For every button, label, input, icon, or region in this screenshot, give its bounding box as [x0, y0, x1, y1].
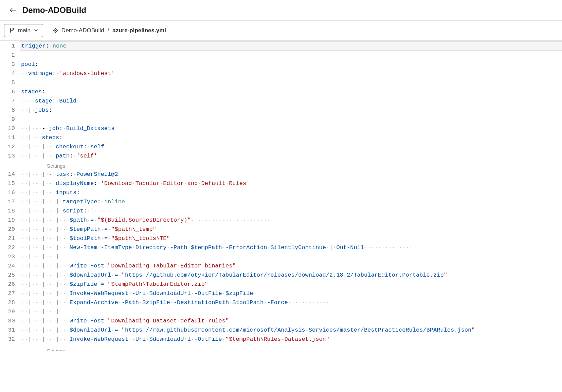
code-line[interactable]: ··|···|···| — [20, 252, 562, 261]
code-line[interactable]: ··|···|···|···New-Item·-ItemType·Directo… — [20, 243, 562, 252]
code-line[interactable]: ··|···|·-·task:·PowerShell@2 — [20, 170, 562, 179]
line-number: 16 — [3, 188, 15, 197]
code-line[interactable]: ··|···|···displayName:·'Download·Tabular… — [20, 179, 562, 188]
back-button[interactable] — [7, 5, 18, 16]
code-line[interactable]: ··-·stage:·Build — [20, 96, 562, 106]
code-line[interactable]: ··|···|···|·script:·|····· — [20, 206, 562, 216]
chevron-down-icon — [34, 27, 38, 34]
code-editor[interactable]: 1234567891011121314151617181920212223242… — [0, 40, 562, 351]
code-line[interactable] — [20, 51, 562, 60]
code-line[interactable]: ··|·jobs: — [20, 106, 562, 115]
line-number: 19 — [3, 216, 15, 225]
line-number: 18 — [3, 206, 15, 216]
line-number: 17 — [3, 197, 15, 206]
line-number: 24 — [3, 261, 15, 270]
code-line[interactable]: pool: — [20, 60, 562, 69]
line-number: 4 — [3, 69, 15, 78]
code-line[interactable]: ··|···|···path:·'self' — [20, 151, 562, 161]
line-number: 7 — [3, 96, 15, 106]
line-number: 6 — [3, 87, 15, 96]
code-line[interactable]: ··|···|···|···Expand-Archive·-Path·$zipF… — [20, 298, 562, 307]
svg-rect-4 — [54, 30, 56, 32]
line-number: 3 — [3, 60, 15, 69]
line-number: 32 — [3, 335, 15, 344]
code-line[interactable]: ··vmimage:·'windows-latest' — [20, 69, 562, 78]
line-number: 28 — [3, 298, 15, 307]
code-line[interactable]: ··|···|···|···Write-Host·"Downloading·Ta… — [20, 261, 562, 270]
repo-icon — [53, 28, 58, 33]
line-number: 20 — [3, 225, 15, 234]
code-line[interactable]: ··|···|···|···Invoke-WebRequest·-Uri·$do… — [20, 335, 562, 344]
code-line[interactable]: ··|···|···|···$path·=·"$(Build.SourcesDi… — [20, 216, 562, 225]
code-line[interactable]: ··|···|·-·checkout:·self — [20, 142, 562, 151]
code-content[interactable]: trigger:·nonepool:··vmimage:·'windows-la… — [20, 41, 562, 351]
line-number: 2 — [3, 51, 15, 60]
line-number: 15 — [3, 179, 15, 188]
code-line[interactable]: ··|···steps: — [20, 133, 562, 142]
line-number: 8 — [3, 106, 15, 115]
header: Demo-ADOBuild — [0, 0, 562, 20]
codelens-settings-link[interactable]: Settings — [21, 163, 65, 169]
line-number: 27 — [3, 289, 15, 298]
line-number: 26 — [3, 280, 15, 289]
code-line[interactable]: ··|···|···|···Invoke-WebRequest·-Uri·$do… — [20, 289, 562, 298]
breadcrumb-file[interactable]: azure-pipelines.yml — [112, 27, 166, 34]
line-number: 9 — [3, 115, 15, 124]
code-line[interactable] — [20, 78, 562, 87]
line-number: 22 — [3, 243, 15, 252]
code-line[interactable]: ··|···|···|···$zipFile·=·"$tempPath\Tabu… — [20, 280, 562, 289]
code-line[interactable]: ··|···|···|·targetType:·inline — [20, 197, 562, 206]
branch-icon — [9, 28, 15, 33]
page-title: Demo-ADOBuild — [22, 5, 86, 15]
line-number: 10 — [3, 124, 15, 133]
branch-name: main — [18, 27, 31, 34]
line-number: 12 — [3, 142, 15, 151]
branch-selector-button[interactable]: main — [4, 24, 43, 37]
line-number: 30 — [3, 316, 15, 325]
code-line[interactable]: ··|···|···|···$toolPath·=·"$path\_tools\… — [20, 234, 562, 243]
breadcrumb-separator: / — [108, 27, 109, 34]
breadcrumb-repo[interactable]: Demo-ADOBuild — [61, 27, 104, 34]
line-number: 1 — [3, 41, 15, 51]
line-number: 11 — [3, 133, 15, 142]
code-line[interactable]: ··|···|···inputs: — [20, 188, 562, 197]
codelens-settings-link[interactable]: Settings — [21, 348, 65, 351]
line-number: 31 — [3, 325, 15, 335]
toolbar: main Demo-ADOBuild / azure-pipelines.yml — [0, 20, 562, 40]
line-number: 23 — [3, 252, 15, 261]
code-line[interactable]: stages: — [20, 87, 562, 96]
code-line[interactable] — [20, 115, 562, 124]
code-line[interactable]: trigger:·none — [20, 41, 562, 51]
line-number: 5 — [3, 78, 15, 87]
arrow-left-icon — [10, 7, 16, 13]
line-number: 13 — [3, 151, 15, 161]
line-number: 21 — [3, 234, 15, 243]
line-number: 14 — [3, 170, 15, 179]
code-line[interactable]: ··|···|···|···$downloadUrl·=·"https://ra… — [20, 325, 562, 335]
code-line[interactable]: ··|···|···| — [20, 307, 562, 316]
line-number: 25 — [3, 270, 15, 280]
code-line[interactable]: ··|···|···|···$downloadUrl·=·"https://gi… — [20, 270, 562, 280]
code-line[interactable]: ··|···-·job:·Build_Datasets — [20, 124, 562, 133]
line-number: 29 — [3, 307, 15, 316]
line-number-gutter: 1234567891011121314151617181920212223242… — [0, 41, 20, 351]
breadcrumb: Demo-ADOBuild / azure-pipelines.yml — [53, 27, 166, 34]
code-line[interactable]: ··|···|···|···$tempPath·=·"$path\_temp" — [20, 225, 562, 234]
code-line[interactable]: ··|···|···|···Write-Host·"Downloading·Da… — [20, 316, 562, 325]
